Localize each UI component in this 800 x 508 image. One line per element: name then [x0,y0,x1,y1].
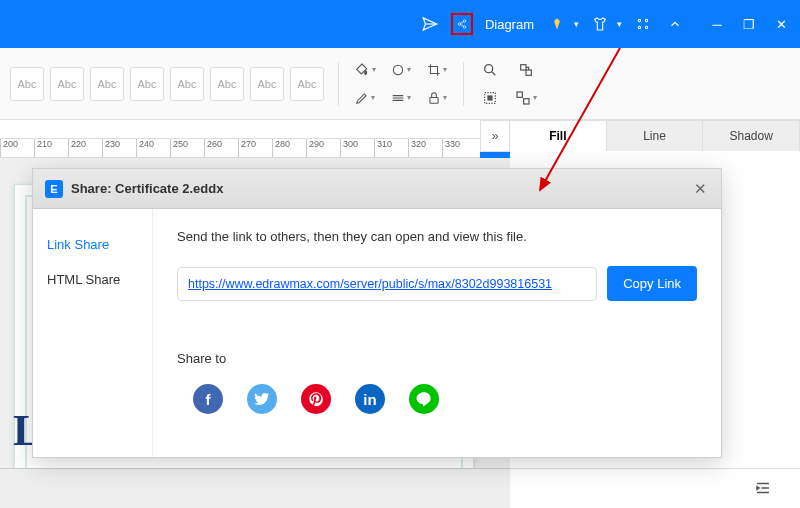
search-icon[interactable] [478,59,502,81]
collapse-panel-button[interactable]: » [480,120,510,152]
share-dialog: E Share: Certificate 2.eddx ✕ Link Share… [32,168,722,458]
dialog-nav: Link Share HTML Share [33,209,153,457]
nav-link-share[interactable]: Link Share [33,227,152,262]
svg-point-6 [645,26,647,28]
ruler-tick: 300 [340,139,374,157]
svg-point-2 [463,26,466,29]
svg-point-5 [638,26,640,28]
svg-rect-11 [526,70,531,75]
pinterest-icon[interactable] [301,384,331,414]
send-icon[interactable] [419,13,441,35]
select-all-icon[interactable] [478,87,502,109]
shape-style-button[interactable]: Abc [10,67,44,101]
shape-outline-icon[interactable]: ▾ [389,59,413,81]
ruler-tick: 220 [68,139,102,157]
share-to-label: Share to [177,351,697,366]
dialog-header: E Share: Certificate 2.eddx ✕ [33,169,721,209]
horizontal-ruler: 2002102202302402502602702802903003103203… [0,138,480,158]
dropdown-icon[interactable]: ▾ [617,19,622,29]
indent-icon[interactable] [754,479,774,499]
dialog-title: Share: Certificate 2.eddx [71,181,683,196]
ruler-tick: 290 [306,139,340,157]
ruler-tick: 310 [374,139,408,157]
share-instruction: Send the link to others, then they can o… [177,229,697,244]
line-style-icon[interactable]: ▾ [389,87,413,109]
dropdown-icon[interactable]: ▾ [574,19,579,29]
svg-point-3 [638,19,640,21]
diagram-label[interactable]: Diagram [483,17,536,32]
svg-point-4 [645,19,647,21]
ruler-tick: 320 [408,139,442,157]
facebook-icon[interactable]: f [193,384,223,414]
nav-html-share[interactable]: HTML Share [33,262,152,297]
ruler-tick: 330 [442,139,476,157]
svg-rect-15 [524,98,529,103]
group-icon[interactable]: ▾ [514,87,538,109]
maximize-button[interactable]: ❐ [742,17,756,31]
fill-bucket-icon[interactable]: ▾ [353,59,377,81]
ruler-tick: 270 [238,139,272,157]
copy-link-button[interactable]: Copy Link [607,266,697,301]
shape-style-button[interactable]: Abc [50,67,84,101]
app-logo-icon: E [45,180,63,198]
right-panel-bottom [510,468,800,508]
ruler-tick: 280 [272,139,306,157]
close-button[interactable]: ✕ [774,17,788,31]
ribbon-toolbar: AbcAbcAbcAbcAbcAbcAbcAbc ▾ ▾ ▾ ▾ ▾ ▾ ▾ [0,48,800,120]
svg-point-9 [485,64,493,72]
svg-rect-13 [488,96,492,100]
ruler-tick: 200 [0,139,34,157]
title-bar: Diagram ▾ ▾ ─ ❐ ✕ [0,0,800,48]
linkedin-icon[interactable]: in [355,384,385,414]
line-icon[interactable] [409,384,439,414]
ruler-tick: 210 [34,139,68,157]
shape-style-button[interactable]: Abc [210,67,244,101]
dialog-close-button[interactable]: ✕ [691,180,709,198]
ruler-tick: 250 [170,139,204,157]
tab-line[interactable]: Line [607,121,704,151]
tab-fill[interactable]: Fill [510,121,607,151]
svg-rect-8 [430,97,438,103]
shape-style-button[interactable]: Abc [130,67,164,101]
svg-point-0 [463,20,466,23]
crop-icon[interactable]: ▾ [425,59,449,81]
shape-style-button[interactable]: Abc [290,67,324,101]
svg-point-1 [458,23,461,26]
shape-style-button[interactable]: Abc [170,67,204,101]
apps-icon[interactable] [632,13,654,35]
lock-icon[interactable]: ▾ [425,87,449,109]
ruler-tick: 240 [136,139,170,157]
share-url-field[interactable]: https://www.edrawmax.com/server/public/s… [177,267,597,301]
diamond-icon[interactable] [546,13,568,35]
ruler-tick: 260 [204,139,238,157]
twitter-icon[interactable] [247,384,277,414]
shape-style-button[interactable]: Abc [250,67,284,101]
replace-icon[interactable] [514,59,538,81]
ruler-tick: 230 [102,139,136,157]
shirt-icon[interactable] [589,13,611,35]
share-icon[interactable] [451,13,473,35]
shape-style-button[interactable]: Abc [90,67,124,101]
chevron-up-icon[interactable] [664,13,686,35]
svg-rect-10 [521,64,526,69]
side-panel-tabs: Fill Line Shadow [510,120,800,151]
tab-shadow[interactable]: Shadow [703,121,800,151]
svg-point-7 [393,65,402,74]
svg-rect-14 [517,92,522,97]
pencil-icon[interactable]: ▾ [353,87,377,109]
minimize-button[interactable]: ─ [710,17,724,31]
